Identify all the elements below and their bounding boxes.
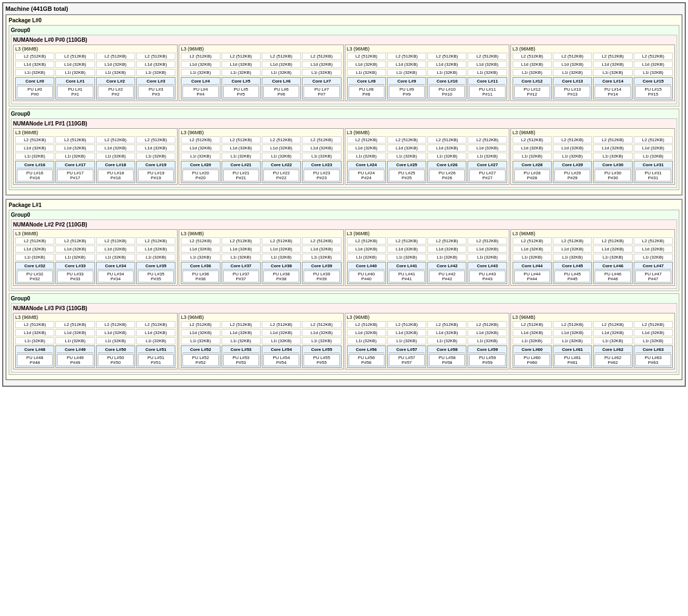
core-box: Core L#3PU L#3 P#3	[136, 77, 175, 99]
l1i-cache-cell: L1i (32KB)	[181, 69, 220, 76]
l1i-cache-cell: L1i (32KB)	[55, 337, 94, 344]
l1d-cache-cell: L1d (32KB)	[513, 61, 552, 68]
core-box: Core L#18PU L#18 P#18	[96, 161, 135, 183]
core-box: Core L#55PU L#55 P#55	[302, 345, 341, 368]
l1d-cache-cell: L1d (32KB)	[593, 329, 632, 336]
core-label: Core L#17	[57, 162, 93, 168]
core-box: Core L#34PU L#34 P#34	[96, 262, 135, 284]
core-box: Core L#32PU L#32 P#32	[15, 262, 54, 284]
l1i-cache-cell: L1i (32KB)	[634, 254, 673, 261]
core-label: Core L#61	[554, 347, 590, 353]
l1d-cache-row: L1d (32KB)L1d (32KB)L1d (32KB)L1d (32KB)	[181, 246, 341, 253]
l3-label: L3 (96MB)	[513, 231, 673, 236]
core-label: Core L#54	[263, 347, 299, 353]
core-label: Core L#26	[429, 162, 465, 168]
l1i-cache-cell: L1i (32KB)	[593, 337, 632, 344]
l2-cache-cell: L2 (512KB)	[387, 237, 426, 244]
numa-title: NUMANode L#2 P#2 (110GB)	[13, 222, 675, 228]
l1d-cache-cell: L1d (32KB)	[96, 246, 135, 253]
l1i-cache-cell: L1i (32KB)	[593, 69, 632, 76]
l3-box: L3 (96MB)L2 (512KB)L2 (512KB)L2 (512KB)L…	[345, 128, 509, 185]
l2-cache-cell: L2 (512KB)	[136, 237, 175, 244]
pu-box: PU L#17 P#17	[57, 169, 93, 181]
l2-cache-cell: L2 (512KB)	[262, 136, 301, 143]
core-label: Core L#43	[469, 263, 505, 269]
package-box: Package L#0Group0NUMANode L#0 P#0 (110GB…	[5, 14, 683, 196]
l3-label: L3 (96MB)	[347, 130, 507, 135]
l1i-cache-cell: L1i (32KB)	[468, 153, 507, 160]
l1d-cache-cell: L1d (32KB)	[136, 246, 175, 253]
l1i-cache-cell: L1i (32KB)	[347, 337, 386, 344]
l3-row: L3 (96MB)L2 (512KB)L2 (512KB)L2 (512KB)L…	[13, 128, 675, 185]
l3-label: L3 (96MB)	[15, 130, 175, 135]
core-label: Core L#27	[469, 162, 505, 168]
l1i-cache-row: L1i (32KB)L1i (32KB)L1i (32KB)L1i (32KB)	[15, 254, 175, 261]
l2-cache-row: L2 (512KB)L2 (512KB)L2 (512KB)L2 (512KB)	[513, 53, 673, 60]
numa-box: NUMANode L#1 P#1 (110GB)L3 (96MB)L2 (512…	[11, 118, 677, 188]
l1d-cache-row: L1d (32KB)L1d (32KB)L1d (32KB)L1d (32KB)	[513, 246, 673, 253]
core-label: Core L#19	[138, 162, 174, 168]
l2-cache-cell: L2 (512KB)	[15, 237, 54, 244]
l1i-cache-cell: L1i (32KB)	[347, 254, 386, 261]
core-label: Core L#62	[595, 347, 630, 353]
l1d-cache-row: L1d (32KB)L1d (32KB)L1d (32KB)L1d (32KB)	[15, 61, 175, 68]
core-box: Core L#41PU L#41 P#41	[387, 262, 426, 284]
l2-cache-cell: L2 (512KB)	[553, 53, 592, 60]
l1d-cache-cell: L1d (32KB)	[593, 61, 632, 68]
l1d-cache-cell: L1d (32KB)	[302, 61, 341, 68]
cores-row: Core L#4PU L#4 P#4Core L#5PU L#5 P#5Core…	[181, 77, 341, 99]
l3-label: L3 (96MB)	[181, 231, 341, 236]
core-label: Core L#28	[514, 162, 550, 168]
core-box: Core L#33PU L#33 P#33	[55, 262, 94, 284]
l2-cache-cell: L2 (512KB)	[634, 53, 673, 60]
l1i-cache-cell: L1i (32KB)	[96, 337, 135, 344]
l2-cache-cell: L2 (512KB)	[593, 53, 632, 60]
core-label: Core L#30	[595, 162, 630, 168]
numa-title: NUMANode L#0 P#0 (110GB)	[13, 37, 675, 43]
core-label: Core L#47	[635, 263, 671, 269]
l2-cache-cell: L2 (512KB)	[55, 136, 94, 143]
core-label: Core L#8	[349, 79, 384, 85]
l2-cache-row: L2 (512KB)L2 (512KB)L2 (512KB)L2 (512KB)	[347, 136, 507, 143]
l1i-cache-cell: L1i (32KB)	[593, 254, 632, 261]
core-box: Core L#35PU L#35 P#35	[136, 262, 175, 284]
core-box: Core L#16PU L#16 P#16	[15, 161, 54, 183]
cores-row: Core L#28PU L#28 P#28Core L#29PU L#29 P#…	[513, 161, 673, 183]
l2-cache-row: L2 (512KB)L2 (512KB)L2 (512KB)L2 (512KB)	[347, 53, 507, 60]
l2-cache-row: L2 (512KB)L2 (512KB)L2 (512KB)L2 (512KB)	[15, 136, 175, 143]
core-label: Core L#25	[389, 162, 425, 168]
core-box: Core L#42PU L#42 P#42	[427, 262, 466, 284]
pu-box: PU L#24 P#24	[349, 169, 384, 181]
pu-box: PU L#11 P#11	[469, 86, 505, 98]
core-label: Core L#15	[635, 79, 671, 85]
l1i-cache-cell: L1i (32KB)	[262, 254, 301, 261]
pu-box: PU L#23 P#23	[304, 169, 339, 181]
l1i-cache-cell: L1i (32KB)	[15, 153, 54, 160]
core-label: Core L#7	[304, 79, 339, 85]
pu-box: PU L#59 P#59	[469, 354, 505, 366]
group-box: Group0NUMANode L#1 P#1 (110GB)L3 (96MB)L…	[9, 109, 679, 190]
l3-row: L3 (96MB)L2 (512KB)L2 (512KB)L2 (512KB)L…	[13, 313, 675, 369]
core-box: Core L#24PU L#24 P#24	[347, 161, 386, 183]
pu-box: PU L#38 P#38	[263, 271, 299, 282]
l1d-cache-cell: L1d (32KB)	[181, 246, 220, 253]
l1d-cache-cell: L1d (32KB)	[262, 246, 301, 253]
numa-box: NUMANode L#2 P#2 (110GB)L3 (96MB)L2 (512…	[11, 219, 677, 289]
l1d-cache-cell: L1d (32KB)	[593, 246, 632, 253]
machine-title: Machine (441GB total)	[5, 5, 683, 12]
l1i-cache-cell: L1i (32KB)	[262, 337, 301, 344]
core-box: Core L#20PU L#20 P#20	[181, 161, 220, 183]
core-box: Core L#4PU L#4 P#4	[181, 77, 220, 99]
l1i-cache-cell: L1i (32KB)	[262, 69, 301, 76]
l1d-cache-cell: L1d (32KB)	[222, 61, 261, 68]
package-title: Package L#1	[9, 202, 679, 208]
l2-cache-cell: L2 (512KB)	[262, 237, 301, 244]
l1d-cache-cell: L1d (32KB)	[347, 144, 386, 152]
l2-cache-cell: L2 (512KB)	[347, 136, 386, 143]
l1d-cache-row: L1d (32KB)L1d (32KB)L1d (32KB)L1d (32KB)	[15, 144, 175, 152]
l1d-cache-cell: L1d (32KB)	[513, 144, 552, 152]
l3-box: L3 (96MB)L2 (512KB)L2 (512KB)L2 (512KB)L…	[179, 128, 343, 185]
core-box: Core L#44PU L#44 P#44	[513, 262, 552, 284]
cores-row: Core L#24PU L#24 P#24Core L#25PU L#25 P#…	[347, 161, 507, 183]
pu-box: PU L#18 P#18	[98, 169, 134, 181]
